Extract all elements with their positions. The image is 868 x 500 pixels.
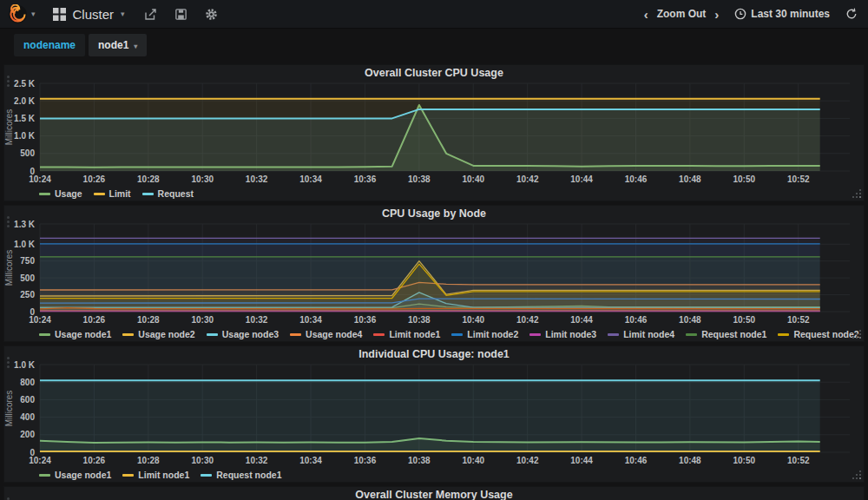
svg-text:Millicores: Millicores (4, 391, 14, 427)
svg-text:10:28: 10:28 (137, 315, 160, 325)
dashboard-picker[interactable]: Cluster ▾ (43, 0, 135, 29)
chart-legend: Usage node1Usage node2Usage node3Usage n… (4, 327, 864, 341)
svg-text:10:36: 10:36 (354, 456, 377, 465)
svg-text:10:46: 10:46 (625, 456, 648, 465)
legend-item[interactable]: Limit node2 (451, 329, 518, 339)
save-button[interactable] (166, 0, 196, 29)
panel-resize-handle[interactable] (859, 196, 861, 198)
refresh-button[interactable] (838, 0, 868, 29)
legend-item[interactable]: Usage node3 (207, 329, 279, 339)
settings-button[interactable] (196, 0, 227, 29)
svg-text:10:36: 10:36 (354, 315, 377, 325)
svg-text:750: 750 (20, 256, 35, 266)
svg-text:10:50: 10:50 (733, 174, 756, 184)
legend-item[interactable]: Usage node1 (39, 470, 111, 480)
svg-text:800: 800 (20, 378, 35, 387)
legend-series-color (201, 474, 212, 477)
svg-text:10:24: 10:24 (29, 456, 51, 465)
cpu-usage-by-node-chart[interactable]: 1.3 K1.0 K750500250010:2410:2610:2810:30… (4, 220, 864, 327)
svg-text:10:46: 10:46 (625, 315, 648, 325)
legend-item[interactable]: Limit (94, 188, 131, 199)
legend-item[interactable]: Usage (39, 188, 82, 199)
legend-series-label: Limit node3 (545, 329, 596, 339)
svg-text:10:40: 10:40 (462, 174, 484, 184)
variable-label-nodename: nodename (14, 34, 85, 56)
panel-drag-handle[interactable] (7, 216, 10, 219)
panel-title[interactable]: Individual CPU Usage: node1 (4, 346, 864, 361)
legend-series-label: Request (158, 188, 194, 199)
legend-series-color (94, 193, 105, 195)
svg-text:200: 200 (20, 430, 35, 439)
panel-title[interactable]: Overall Cluster Memory Usage (4, 487, 864, 500)
legend-item[interactable]: Request node1 (686, 329, 766, 339)
svg-text:1.5 K: 1.5 K (14, 114, 36, 123)
top-navbar: ▾ Cluster ▾ (0, 0, 868, 29)
svg-text:Millicores: Millicores (4, 250, 14, 286)
svg-text:10:30: 10:30 (191, 315, 214, 325)
legend-item[interactable]: Usage node2 (122, 329, 194, 339)
legend-series-label: Usage node1 (55, 470, 111, 480)
legend-item[interactable]: Request node2 (778, 329, 858, 339)
legend-item[interactable]: Request (142, 188, 194, 199)
svg-text:10:28: 10:28 (137, 174, 160, 184)
svg-text:2.0 K: 2.0 K (14, 96, 36, 106)
svg-text:10:34: 10:34 (299, 174, 322, 184)
time-shift-back-button[interactable]: ‹ (637, 0, 655, 29)
panel-resize-handle[interactable] (859, 477, 861, 479)
panel-resize-handle[interactable] (859, 337, 861, 339)
svg-text:10:36: 10:36 (354, 174, 377, 184)
zoom-out-label: Zoom Out (657, 8, 707, 20)
share-icon (144, 8, 157, 21)
svg-text:10:28: 10:28 (137, 456, 160, 465)
svg-text:10:48: 10:48 (679, 456, 701, 465)
legend-item[interactable]: Usage node1 (39, 329, 111, 339)
svg-text:10:30: 10:30 (191, 174, 214, 184)
svg-text:10:44: 10:44 (570, 315, 593, 325)
overall-cpu-usage-chart[interactable]: 2.5 K2.0 K1.5 K1.0 K500010:2410:2610:281… (4, 80, 864, 187)
share-button[interactable] (135, 0, 166, 29)
individual-cpu-usage-chart[interactable]: 1.0 K800600400200010:2410:2610:2810:3010… (4, 361, 864, 468)
zoom-out-button[interactable]: Zoom Out (655, 0, 708, 29)
svg-text:400: 400 (20, 412, 35, 422)
svg-text:10:38: 10:38 (408, 456, 431, 465)
svg-text:10:24: 10:24 (29, 315, 51, 325)
legend-item[interactable]: Usage node4 (290, 329, 362, 339)
legend-item[interactable]: Request node1 (201, 470, 281, 480)
svg-text:10:32: 10:32 (246, 174, 268, 184)
chevron-right-icon: › (714, 7, 719, 22)
svg-text:10:48: 10:48 (679, 315, 701, 325)
panel-drag-handle[interactable] (7, 76, 10, 78)
svg-text:1.0 K: 1.0 K (14, 131, 36, 141)
save-icon (174, 8, 187, 21)
panel-title[interactable]: CPU Usage by Node (4, 206, 864, 220)
chart-legend: Usage node1Limit node1Request node1 (4, 468, 864, 482)
legend-series-color (122, 333, 134, 336)
legend-series-label: Request node2 (793, 329, 858, 339)
svg-text:10:38: 10:38 (408, 315, 431, 325)
time-shift-forward-button[interactable]: › (707, 0, 726, 29)
svg-text:1.0 K: 1.0 K (14, 361, 36, 370)
legend-item[interactable]: Limit node3 (529, 329, 596, 339)
svg-text:10:52: 10:52 (787, 456, 810, 465)
legend-item[interactable]: Limit node1 (373, 329, 440, 339)
dashboard-body: Overall Cluster CPU Usage 2.5 K2.0 K1.5 … (0, 61, 868, 500)
variable-value-dropdown[interactable]: node1▾ (89, 34, 147, 56)
clock-icon (734, 8, 746, 20)
panel-drag-handle[interactable] (7, 357, 10, 359)
svg-text:10:38: 10:38 (408, 174, 431, 184)
refresh-icon (845, 8, 858, 20)
svg-text:10:42: 10:42 (516, 315, 539, 325)
legend-series-color (142, 193, 154, 195)
dashboard-title: Cluster (73, 7, 115, 22)
legend-series-color (39, 193, 50, 195)
panel-title[interactable]: Overall Cluster CPU Usage (4, 65, 864, 80)
legend-item[interactable]: Limit node4 (608, 329, 674, 339)
grafana-logo-menu[interactable]: ▾ (0, 0, 43, 29)
legend-series-label: Limit node4 (623, 329, 674, 339)
svg-text:250: 250 (20, 290, 35, 299)
legend-item[interactable]: Limit node1 (122, 470, 189, 480)
svg-text:10:32: 10:32 (246, 456, 268, 465)
svg-text:10:34: 10:34 (299, 315, 322, 325)
time-range-picker[interactable]: Last 30 minutes (726, 0, 838, 29)
svg-text:10:40: 10:40 (462, 315, 484, 325)
